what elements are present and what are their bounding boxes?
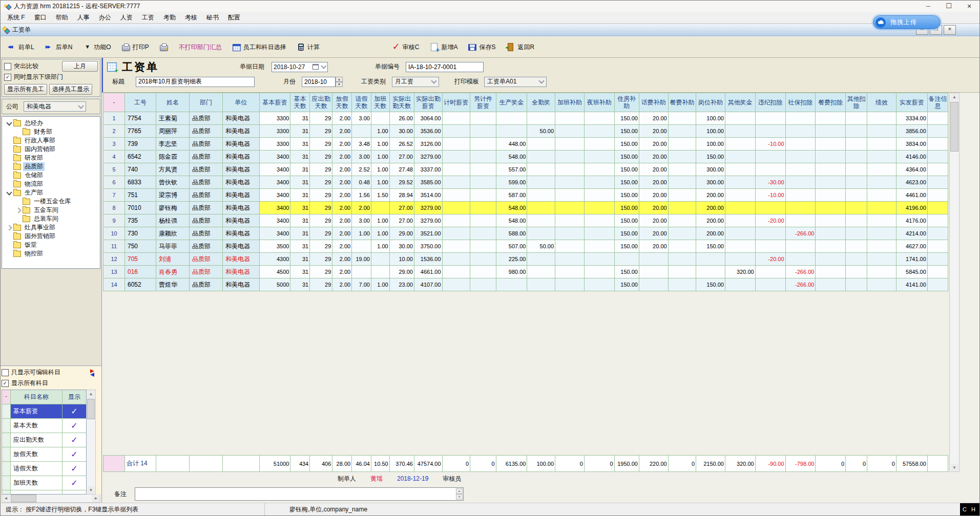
doc-date-field[interactable]: 2018-10-27 bbox=[272, 62, 328, 72]
drag-upload-button[interactable]: 拖拽上传 bbox=[873, 15, 941, 29]
tree-node[interactable]: 生产部 bbox=[2, 188, 100, 197]
prev-doc-button[interactable]: 前单L bbox=[8, 43, 34, 52]
column-header[interactable]: 餐费补助 bbox=[668, 93, 696, 112]
tree-node[interactable]: 财务部 bbox=[2, 127, 100, 136]
no-print-dept-summary-button[interactable]: 不打印部门汇总 bbox=[179, 43, 222, 52]
tree-node[interactable]: 五金车间 bbox=[2, 206, 100, 214]
table-row[interactable]: 27765周丽萍品质部和美电器330031292.001.0030.003536… bbox=[103, 125, 948, 138]
table-vertical-scrollbar[interactable] bbox=[949, 93, 960, 472]
table-row[interactable]: 46542陈金霞品质部和美电器340031292.003.001.0027.00… bbox=[103, 150, 948, 163]
column-header[interactable]: 违纪扣除 bbox=[755, 93, 785, 112]
menu-item[interactable]: 考核 bbox=[180, 13, 202, 22]
subject-row[interactable]: 加班天数✓ bbox=[2, 476, 86, 490]
column-header[interactable]: 请假天数 bbox=[352, 93, 371, 112]
subject-row[interactable]: 应出勤天数✓ bbox=[2, 433, 86, 447]
column-header[interactable]: 基本薪资 bbox=[259, 93, 290, 112]
column-header[interactable]: 绩效 bbox=[867, 93, 896, 112]
column-header[interactable]: 另计件薪资 bbox=[470, 93, 496, 112]
table-row[interactable]: 7751梁宗博品质部和美电器340031292.001.561.5028.943… bbox=[103, 189, 948, 202]
tree-node[interactable]: 灶具事业部 bbox=[2, 223, 100, 232]
new-button[interactable]: 新增A bbox=[430, 43, 457, 52]
table-row[interactable]: 10730康颖欣品质部和美电器340031292.001.001.0029.00… bbox=[103, 227, 948, 240]
subject-row[interactable]: 实际出勤天数✓ bbox=[2, 490, 86, 494]
tree-node[interactable]: 总装车间 bbox=[2, 214, 100, 223]
scroll-up-icon[interactable] bbox=[87, 390, 95, 398]
subject-name-header[interactable]: 科目名称 bbox=[11, 390, 62, 404]
column-header[interactable]: 生产奖金 bbox=[496, 93, 527, 112]
scroll-down-icon[interactable] bbox=[87, 486, 95, 494]
column-header[interactable]: 单位 bbox=[223, 93, 259, 112]
table-row[interactable]: 13016肖春勇品质部和美电器450031292.0029.004661.009… bbox=[103, 266, 948, 278]
menu-item[interactable]: 人资 bbox=[116, 13, 137, 22]
tree-node[interactable]: 饭堂 bbox=[2, 241, 100, 249]
highlight-compare-checkbox[interactable] bbox=[4, 63, 11, 70]
column-header[interactable]: 放假天数 bbox=[332, 93, 352, 112]
column-header[interactable]: 部门 bbox=[190, 93, 223, 112]
column-header[interactable]: 餐费扣除 bbox=[816, 93, 846, 112]
column-header[interactable]: 住房补助 bbox=[614, 93, 639, 112]
tree-node[interactable]: 物流部 bbox=[2, 180, 100, 188]
company-select[interactable]: 和美电器 bbox=[24, 101, 86, 112]
column-header[interactable]: 岗位补助 bbox=[696, 93, 725, 112]
table-row[interactable]: 17754王素菊品质部和美电器330031292.003.0026.003064… bbox=[103, 112, 948, 125]
subject-row[interactable]: 请假天数✓ bbox=[2, 462, 86, 476]
table-row[interactable]: 87010廖钰梅品质部和美电器340031292.002.0027.003279… bbox=[103, 202, 948, 214]
show-all-subjects-checkbox[interactable] bbox=[2, 380, 9, 387]
scroll-right-icon[interactable] bbox=[92, 494, 100, 502]
menu-item[interactable]: 人事 bbox=[73, 13, 94, 22]
printer-button[interactable] bbox=[160, 43, 168, 51]
column-header[interactable]: 社保扣除 bbox=[785, 93, 816, 112]
print-template-select[interactable]: 工资单A01 bbox=[484, 77, 547, 87]
column-header[interactable]: 姓名 bbox=[156, 93, 189, 112]
show-all-employees-button[interactable]: 显示所有员工 bbox=[4, 84, 47, 95]
audit-button[interactable]: 审核C bbox=[392, 43, 420, 52]
remark-input[interactable] bbox=[135, 487, 464, 501]
tree-node[interactable]: 行政人事部 bbox=[2, 136, 100, 145]
editable-subjects-only-checkbox[interactable] bbox=[2, 369, 9, 376]
menu-item[interactable]: 考勤 bbox=[159, 13, 180, 22]
subjects-horizontal-scrollbar[interactable] bbox=[2, 494, 100, 503]
subject-show-header[interactable]: 显示 bbox=[62, 390, 86, 404]
column-header[interactable]: 夜班补助 bbox=[584, 93, 614, 112]
menu-item[interactable]: 帮助 bbox=[51, 13, 73, 22]
column-header[interactable]: 加班天数 bbox=[371, 93, 389, 112]
month-input[interactable] bbox=[302, 77, 336, 87]
scroll-up-icon[interactable] bbox=[951, 93, 958, 101]
prev-month-button[interactable]: 上月 bbox=[62, 61, 98, 72]
menu-item[interactable]: 窗口 bbox=[30, 13, 51, 22]
month-spinner[interactable] bbox=[336, 77, 343, 87]
swap-columns-icon[interactable] bbox=[89, 369, 97, 375]
tree-node[interactable]: 研发部 bbox=[2, 154, 100, 162]
column-header[interactable]: 基本天数 bbox=[290, 93, 310, 112]
next-doc-button[interactable]: 后单N bbox=[45, 43, 73, 52]
column-header[interactable]: 其他奖金 bbox=[725, 93, 755, 112]
window-minimize-button[interactable] bbox=[918, 1, 939, 12]
show-sub-dept-checkbox[interactable] bbox=[4, 74, 11, 81]
column-header[interactable]: 其他扣除 bbox=[846, 93, 867, 112]
column-header[interactable]: 应出勤天数 bbox=[310, 93, 332, 112]
table-row[interactable]: 12705刘浦品质部和美电器430031292.0019.0010.001536… bbox=[103, 253, 948, 266]
menu-item[interactable]: 工资 bbox=[137, 13, 159, 22]
menu-item[interactable]: 秘书 bbox=[202, 13, 223, 22]
select-employees-button[interactable]: 选择员工显示 bbox=[49, 84, 92, 95]
menu-item[interactable]: 配置 bbox=[223, 13, 245, 22]
scroll-down-icon[interactable] bbox=[951, 464, 958, 471]
scrollbar-thumb[interactable] bbox=[950, 102, 958, 152]
return-button[interactable]: 返回R bbox=[506, 43, 534, 52]
column-header[interactable]: 实际出勤天数 bbox=[389, 93, 414, 112]
subjects-vertical-scrollbar[interactable] bbox=[87, 390, 96, 494]
column-header[interactable]: 计时薪资 bbox=[442, 93, 470, 112]
table-row[interactable]: 3739李志坚品质部和美电器330031292.003.481.0026.523… bbox=[103, 138, 948, 150]
column-header[interactable]: 实际出勤薪资 bbox=[414, 93, 442, 112]
menu-item[interactable]: 办公 bbox=[94, 13, 116, 22]
tree-node[interactable]: 一楼五金仓库 bbox=[2, 197, 100, 206]
table-row[interactable]: 11750马菲菲品质部和美电器350031292.001.0030.003750… bbox=[103, 240, 948, 253]
employee-subject-select-button[interactable]: 员工和科目选择 bbox=[233, 43, 286, 52]
scroll-left-icon[interactable] bbox=[2, 494, 10, 502]
mdi-close-button[interactable] bbox=[944, 25, 956, 35]
tree-node[interactable]: 国内营销部 bbox=[2, 145, 100, 154]
tree-node[interactable]: 国外营销部 bbox=[2, 232, 100, 241]
tree-node[interactable]: 品质部 bbox=[2, 162, 100, 171]
table-row[interactable]: 9735杨桂强品质部和美电器340031292.003.001.0027.003… bbox=[103, 214, 948, 227]
menu-item[interactable]: 系统 F bbox=[3, 13, 30, 22]
